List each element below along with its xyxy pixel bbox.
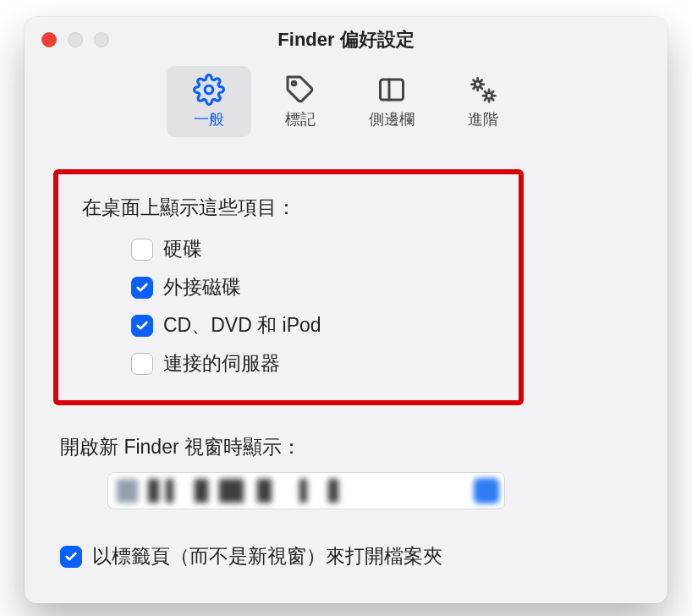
checkbox-open-in-tabs[interactable] — [60, 546, 82, 568]
svg-point-1 — [292, 81, 296, 85]
tab-general[interactable]: 一般 — [167, 66, 251, 137]
minimize-button[interactable] — [68, 32, 83, 47]
highlight-box: 在桌面上顯示這些項目： 硬碟 外接磁碟 — [53, 169, 524, 405]
tab-label: 一般 — [194, 109, 224, 129]
traffic-lights — [41, 32, 109, 47]
checkbox-cd-dvd-ipod[interactable] — [131, 315, 153, 337]
checkbox-row-cd-dvd-ipod: CD、DVD 和 iPod — [131, 312, 495, 338]
svg-point-5 — [486, 93, 492, 99]
checkbox-label: 硬碟 — [163, 236, 202, 262]
checkbox-row-external-disks: 外接磁碟 — [131, 274, 495, 300]
checkbox-label: CD、DVD 和 iPod — [163, 312, 321, 338]
checkbox-external-disks[interactable] — [131, 277, 153, 299]
content-pane: 在桌面上顯示這些項目： 硬碟 外接磁碟 — [25, 149, 667, 603]
tab-tags[interactable]: 標記 — [258, 66, 343, 137]
tab-label: 進階 — [468, 109, 498, 129]
window-title: Finder 偏好設定 — [25, 27, 667, 52]
tab-label: 側邊欄 — [369, 109, 415, 129]
svg-point-0 — [205, 85, 213, 94]
gears-icon — [467, 74, 499, 106]
tab-sidebar[interactable]: 側邊欄 — [349, 66, 434, 137]
checkbox-row-hard-disks: 硬碟 — [131, 236, 495, 262]
gear-icon — [193, 74, 225, 106]
checkbox-servers[interactable] — [131, 353, 153, 375]
svg-point-4 — [475, 81, 481, 87]
dropdown-chevron-icon — [474, 478, 499, 503]
tag-icon — [284, 74, 316, 106]
checkbox-row-servers: 連接的伺服器 — [131, 350, 495, 377]
dropdown-value-obscured — [117, 479, 469, 503]
checkbox-label: 連接的伺服器 — [163, 350, 280, 377]
toolbar: 一般 標記 側邊欄 — [25, 63, 667, 149]
preferences-window: Finder 偏好設定 一般 標記 — [25, 17, 667, 603]
checkbox-row-open-in-tabs: 以標籤頁（而不是新視窗）來打開檔案夾 — [60, 543, 634, 569]
checkbox-hard-disks[interactable] — [131, 239, 153, 261]
svg-rect-2 — [381, 80, 404, 100]
desktop-items-list: 硬碟 外接磁碟 CD、DVD 和 iPod — [82, 236, 495, 377]
new-window-location-dropdown[interactable] — [107, 472, 505, 509]
tab-label: 標記 — [285, 109, 316, 129]
titlebar: Finder 偏好設定 — [25, 17, 667, 63]
close-button[interactable] — [41, 32, 57, 47]
checkbox-label: 外接磁碟 — [163, 274, 241, 300]
tab-advanced[interactable]: 進階 — [441, 66, 525, 137]
desktop-show-label: 在桌面上顯示這些項目： — [82, 195, 495, 221]
maximize-button[interactable] — [94, 32, 109, 47]
new-window-shows-label: 開啟新 Finder 視窗時顯示： — [60, 434, 634, 460]
sidebar-icon — [376, 74, 408, 106]
checkbox-label: 以標籤頁（而不是新視窗）來打開檔案夾 — [92, 543, 442, 569]
